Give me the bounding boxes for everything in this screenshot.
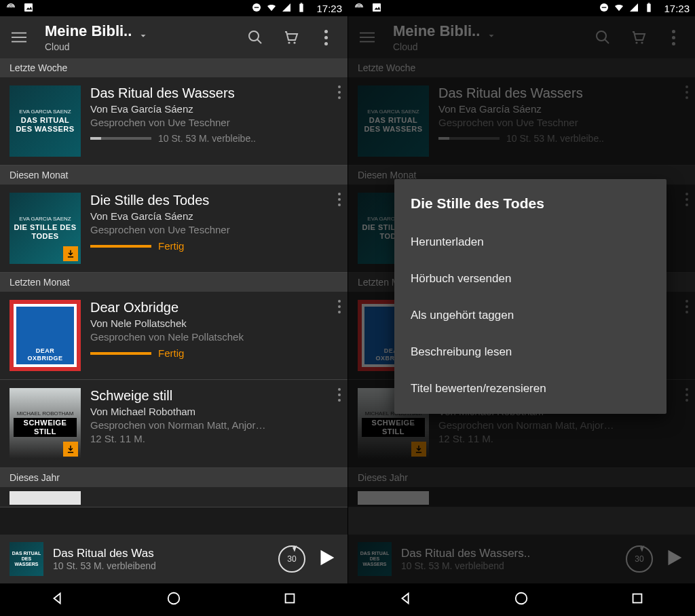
library-item xyxy=(348,487,695,507)
item-overflow[interactable] xyxy=(338,193,341,206)
status-bar: 17:23 xyxy=(348,0,695,16)
page-title: Meine Bibli.. xyxy=(45,22,132,40)
svg-rect-18 xyxy=(602,7,607,7)
svg-line-25 xyxy=(605,39,609,43)
cart-icon[interactable] xyxy=(276,22,305,52)
item-author: Von Nele Pollatschek xyxy=(90,317,338,329)
app-bar: Meine Bibli.. Cloud xyxy=(348,16,695,58)
cover-art: EVA GARCIA SAENZDIE STILLE DES TODES xyxy=(10,193,81,264)
svg-rect-23 xyxy=(360,41,375,43)
recents-button[interactable] xyxy=(282,591,297,609)
play-button[interactable] xyxy=(315,546,338,572)
rewind-30-button: 30 xyxy=(626,545,653,573)
svg-rect-6 xyxy=(12,33,26,34)
picture-icon xyxy=(371,2,382,15)
menu-item-description[interactable]: Beschreibung lesen xyxy=(394,334,666,370)
svg-rect-15 xyxy=(373,3,381,12)
chevron-down-icon xyxy=(487,31,496,43)
recents-button[interactable] xyxy=(630,591,645,609)
svg-rect-5 xyxy=(301,3,303,3)
section-header: Letzte Woche xyxy=(348,58,695,77)
item-narrator: Gesprochen von Uve Teschner xyxy=(90,224,338,235)
app-bar: Meine Bibli.. Cloud xyxy=(0,16,348,58)
mini-title: Das Ritual des Wassers.. xyxy=(401,547,616,560)
item-overflow[interactable] xyxy=(338,85,341,99)
svg-line-10 xyxy=(257,39,261,43)
svg-point-26 xyxy=(635,41,637,43)
menu-item-send[interactable]: Hörbuch versenden xyxy=(394,261,666,297)
item-overflow[interactable] xyxy=(338,388,341,402)
item-narrator: Gesprochen von Uve Teschner xyxy=(90,117,338,128)
svg-rect-8 xyxy=(12,41,26,43)
appbar-title-dropdown[interactable]: Meine Bibli.. Cloud xyxy=(45,22,148,52)
page-subtitle: Cloud xyxy=(393,41,480,52)
svg-rect-20 xyxy=(648,3,650,3)
library-item[interactable]: MICHAEL ROBOTHAMSCHWEIGE STILL Schweige … xyxy=(0,380,348,468)
item-narrator: Gesprochen von Norman Matt, Anjor… xyxy=(90,419,338,431)
audible-icon xyxy=(354,2,364,15)
item-overflow xyxy=(685,300,688,313)
mini-player[interactable]: DAS RITUAL DES WASSERS Das Ritual des Wa… xyxy=(0,535,348,583)
item-overflow[interactable] xyxy=(338,300,341,313)
search-icon[interactable] xyxy=(240,22,270,52)
status-badge: Fertig xyxy=(158,347,184,359)
android-nav-bar xyxy=(0,583,348,616)
library-item[interactable]: EVA GARCIA SAENZDIE STILLE DES TODES Die… xyxy=(0,185,348,273)
clock: 17:23 xyxy=(316,3,342,14)
svg-rect-14 xyxy=(285,594,294,603)
overflow-menu[interactable] xyxy=(311,22,341,52)
status-bar: 17:23 xyxy=(0,0,348,16)
search-icon[interactable] xyxy=(588,22,618,52)
back-button[interactable] xyxy=(398,591,413,609)
library-item[interactable]: EVA GARCIA SAENZDAS RITUAL DES WASSERS D… xyxy=(0,77,348,166)
download-icon xyxy=(63,442,78,457)
android-nav-bar xyxy=(348,583,695,616)
progress-bar xyxy=(90,352,151,355)
svg-point-11 xyxy=(288,41,290,43)
menu-item-tag-unheard[interactable]: Als ungehört taggen xyxy=(394,297,666,334)
phone-right: 17:23 Meine Bibli.. Cloud Letzte Woche E… xyxy=(348,0,695,616)
svg-rect-21 xyxy=(360,33,375,34)
svg-rect-22 xyxy=(360,37,375,38)
cover-art: EVA GARCIA SAENZDAS RITUAL DES WASSERS xyxy=(358,85,429,157)
rewind-30-button[interactable]: 30 xyxy=(278,545,305,573)
back-button[interactable] xyxy=(50,591,65,609)
library-item[interactable] xyxy=(0,487,348,507)
clock: 17:23 xyxy=(664,3,690,14)
cover-art: DEAR OXBRIDGE xyxy=(10,300,81,371)
item-title: Das Ritual des Wassers xyxy=(90,85,338,101)
svg-rect-4 xyxy=(300,3,303,12)
time-remaining: 10 St. 53 M. verbleibe.. xyxy=(158,133,256,144)
cover-art xyxy=(358,491,429,505)
progress-bar xyxy=(90,137,151,140)
battery-icon xyxy=(643,2,654,15)
menu-item-rate[interactable]: Titel bewerten/rezensieren xyxy=(394,370,666,407)
hamburger-icon[interactable] xyxy=(355,25,379,50)
item-title: Schweige still xyxy=(90,388,338,404)
page-subtitle: Cloud xyxy=(45,41,132,52)
item-author: Von Michael Robotham xyxy=(90,406,338,417)
mini-remaining: 10 St. 53 M. verbleibend xyxy=(401,560,616,571)
hamburger-icon[interactable] xyxy=(7,25,31,50)
progress-bar xyxy=(90,245,151,248)
status-badge: Fertig xyxy=(158,240,184,252)
svg-rect-29 xyxy=(633,594,641,603)
home-button[interactable] xyxy=(166,591,181,609)
library-list[interactable]: Letzte Woche EVA GARCIA SAENZDAS RITUAL … xyxy=(0,58,348,535)
signal-icon xyxy=(628,2,639,15)
menu-item-download[interactable]: Herunterladen xyxy=(394,224,666,261)
cart-icon[interactable] xyxy=(623,22,653,52)
library-item: EVA GARCIA SAENZDAS RITUAL DES WASSERS D… xyxy=(348,77,695,166)
overflow-menu[interactable] xyxy=(658,22,688,52)
item-title: Dear Oxbridge xyxy=(90,300,338,315)
svg-point-9 xyxy=(249,31,259,41)
appbar-title-dropdown[interactable]: Meine Bibli.. Cloud xyxy=(393,22,496,52)
mini-cover: DAS RITUAL DES WASSERS xyxy=(10,542,43,576)
audible-icon xyxy=(5,2,16,15)
svg-point-24 xyxy=(597,31,606,41)
svg-point-27 xyxy=(641,41,643,43)
home-button[interactable] xyxy=(514,591,529,609)
svg-rect-0 xyxy=(24,3,33,12)
library-item[interactable]: DEAR OXBRIDGE Dear Oxbridge Von Nele Pol… xyxy=(0,292,348,380)
item-overflow xyxy=(685,388,688,402)
